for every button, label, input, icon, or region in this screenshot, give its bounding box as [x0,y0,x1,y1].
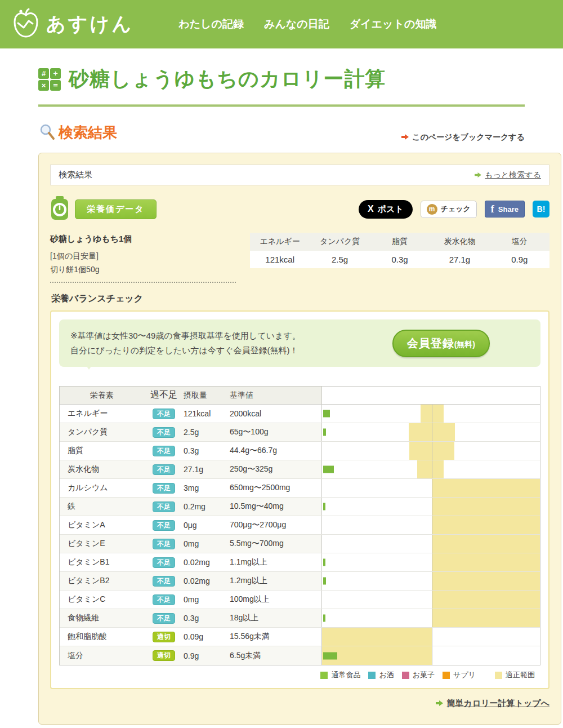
table-row: タンパク質不足2.5g65g〜100g [60,423,540,442]
intake-value: 0mg [184,539,230,548]
normal-food-bar [323,652,337,659]
note-line-2: 自分にぴったりの判定をしたい方は今すぐ会員登録(無料)！ [70,343,301,358]
standard-note-bubble: ※基準値は女性30〜49歳の食事摂取基準を使用しています。 自分にぴったりの判定… [59,319,540,367]
intake-value: 0.02mg [184,558,230,567]
arrow-right-icon [401,132,409,143]
site-logo[interactable]: あすけん [11,6,133,42]
table-row: ビタミンE不足0mg5.5mg〜700mg [60,535,540,553]
legend-swatch [495,672,502,679]
target-range-band [432,498,540,516]
table-row: ビタミンB2不足0.02mg1.2mg以上 [60,572,540,591]
food-info: 砂糖しょうゆもち1個 [1個の目安量] 切り餅1個50g [50,233,250,283]
arrow-right-icon [475,170,481,180]
summary-value-row: 121kcal 2.5g 0.3g 27.1g 0.9g [250,251,549,268]
apple-logo-icon [11,6,41,42]
legend-swatch [320,672,328,679]
normal-food-bar [323,559,325,566]
target-range-band [409,442,454,460]
dotted-divider [50,282,236,283]
intake-value: 0mg [184,595,230,604]
summary-header-row: エネルギー タンパク質 脂質 炭水化物 塩分 [250,233,549,251]
intake-value: 0.3g [184,614,230,623]
table-row: 鉄不足0.2mg10.5mg〜40mg [60,498,540,516]
intake-value: 0.09g [184,632,230,641]
standard-value: 44.4g〜66.7g [230,446,321,456]
intake-value: 0.9g [184,651,230,660]
more-search-link[interactable]: もっと検索する [475,170,541,180]
food-portion-detail: 切り餅1個50g [50,263,250,276]
standard-value: 15.56g未満 [230,632,321,642]
intake-value: 2.5g [184,428,230,437]
target-range-band [432,591,540,609]
nav-diet-knowledge[interactable]: ダイエットの知識 [350,17,437,32]
status-badge: 不足 [153,557,175,568]
standard-value: 1.2mg以上 [230,576,321,586]
chart-cell [321,572,540,590]
chart-cell [321,442,540,460]
target-range-band [432,479,540,497]
mixi-check-button[interactable]: m チェック [421,201,477,218]
target-range-band [322,646,432,665]
target-range-band [417,460,444,478]
nutrient-name: 塩分 [60,651,144,661]
table-row: 脂質不足0.3g44.4g〜66.7g [60,442,540,460]
standard-value: 65g〜100g [230,427,321,437]
normal-food-bar [323,578,326,585]
chart-legend: 通常食品お酒お菓子サプリ適正範囲 [59,670,540,680]
standard-value: 10.5mg〜40mg [230,501,321,512]
result-bar: 検索結果 もっと検索する [50,165,549,185]
calorie-calc-top-link[interactable]: 簡単カロリー計算トップへ [50,698,549,709]
nutrient-name: ビタミンC [60,594,144,605]
chart-cell [321,628,540,646]
nutrient-name: 食物繊維 [60,613,144,623]
intake-value: 0.2mg [184,502,230,511]
table-row: 食物繊維不足0.3g18g以上 [60,609,540,628]
chart-cell [321,591,540,609]
table-row: 飽和脂肪酸適切0.09g15.56g未満 [60,628,540,646]
target-range-band [432,516,540,534]
register-button[interactable]: 会員登録(無料) [392,330,490,357]
standard-value: 6.5g未満 [230,651,321,661]
facebook-share-button[interactable]: f Share [485,201,525,217]
search-results-heading: 検索結果 [39,123,117,143]
nutrient-name: エネルギー [60,409,144,419]
chart-cell [321,423,540,441]
note-line-1: ※基準値は女性30〜49歳の食事摂取基準を使用しています。 [70,329,301,343]
hatena-bookmark-button[interactable]: B! [533,201,549,217]
intake-value: 0.02mg [184,576,230,585]
nutrient-name: 炭水化物 [60,464,144,474]
intake-value: 0.3g [184,446,230,455]
status-badge: 適切 [153,632,175,642]
target-range-band [432,572,540,590]
bookmark-link[interactable]: このページをブックマークする [401,132,525,143]
chart-cell [321,535,540,553]
status-badge: 不足 [153,594,175,605]
nutrient-name: ビタミンE [60,539,144,549]
nutrient-name: 脂質 [60,446,144,456]
nav-my-record[interactable]: わたしの記録 [178,17,244,32]
legend-swatch [443,672,450,679]
table-row: エネルギー不足121kcal2000kcal [60,405,540,423]
main-nav: わたしの記録 みんなの日記 ダイエットの知識 [178,17,436,32]
facebook-icon: f [491,203,494,215]
legend-label: 通常食品 [331,670,360,680]
legend-label: 適正範囲 [506,670,535,680]
normal-food-bar [323,503,325,511]
normal-food-bar [323,466,334,473]
nutrition-data-button[interactable]: 栄養価データ [75,199,157,219]
status-badge: 不足 [153,539,175,549]
nutrient-table-header: 栄養素 過不足 摂取量 基準値 [60,387,540,405]
intake-value: 3mg [184,483,230,492]
search-result-panel: 検索結果 もっと検索する 栄養価データ X ポスト m [38,153,561,725]
nav-everyones-diary[interactable]: みんなの日記 [264,17,329,32]
standard-value: 650mg〜2500mg [230,483,321,493]
logo-text: あすけん [46,11,133,37]
status-badge: 不足 [153,501,175,512]
target-range-band [432,609,540,627]
table-row: カルシウム不足3mg650mg〜2500mg [60,479,540,498]
standard-value: 700μg〜2700μg [230,520,321,530]
kitchen-scale-icon [50,196,69,223]
x-post-button[interactable]: X ポスト [359,200,413,219]
target-range-band [409,423,455,441]
mixi-icon: m [427,204,437,215]
